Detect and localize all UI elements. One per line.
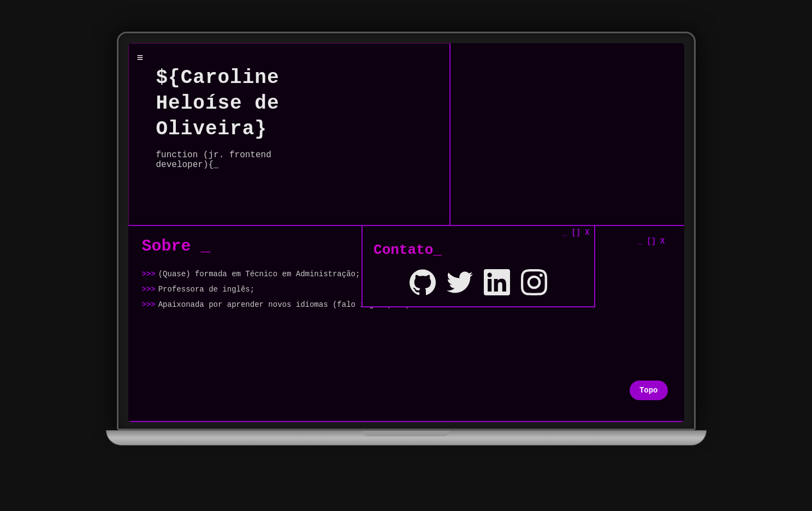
contact-close-btn[interactable]: X (585, 228, 589, 237)
contact-title: Contato_ (363, 239, 594, 266)
laptop-screen: ≡ ${Caroline Heloíse de Oliveira} functi… (128, 43, 684, 422)
arrow-1: >>> (142, 266, 156, 282)
about-restore-btn[interactable]: [] (647, 237, 656, 246)
contact-restore-btn[interactable]: [] (571, 228, 580, 237)
twitter-icon[interactable] (447, 269, 473, 295)
github-icon[interactable] (410, 269, 436, 295)
arrow-3: >>> (142, 297, 156, 312)
arrow-2: >>> (142, 282, 156, 297)
header-section: ≡ ${Caroline Heloíse de Oliveira} functi… (128, 43, 684, 240)
topo-button[interactable]: Topo (630, 381, 668, 400)
hero-panel: ≡ ${Caroline Heloíse de Oliveira} functi… (128, 43, 451, 240)
about-text-1: (Quase) formada em Técnico em Administra… (158, 266, 360, 282)
about-minimize-btn[interactable]: _ (638, 237, 642, 246)
contact-window: _ [] X Contato_ (361, 225, 595, 307)
matrix-area (451, 43, 684, 240)
about-window-controls: _ [] X (638, 237, 665, 246)
contact-minimize-btn[interactable]: _ (562, 228, 567, 237)
linkedin-icon[interactable] (484, 269, 510, 295)
screen-content: ≡ ${Caroline Heloíse de Oliveira} functi… (128, 43, 684, 422)
hero-name: ${Caroline Heloíse de Oliveira} (156, 66, 438, 142)
contact-titlebar: _ [] X (363, 226, 594, 239)
laptop-base (106, 430, 707, 445)
hero-subtitle: function (jr. frontend developer){_ (156, 150, 438, 170)
about-close-btn[interactable]: X (660, 237, 665, 246)
social-icons-row (363, 266, 594, 306)
about-text-2: Professora de inglês; (158, 282, 254, 297)
instagram-icon[interactable] (521, 269, 547, 295)
laptop-bezel: ≡ ${Caroline Heloíse de Oliveira} functi… (117, 32, 696, 430)
laptop-wrapper: ≡ ${Caroline Heloíse de Oliveira} functi… (106, 32, 707, 479)
hamburger-icon[interactable]: ≡ (137, 52, 144, 64)
